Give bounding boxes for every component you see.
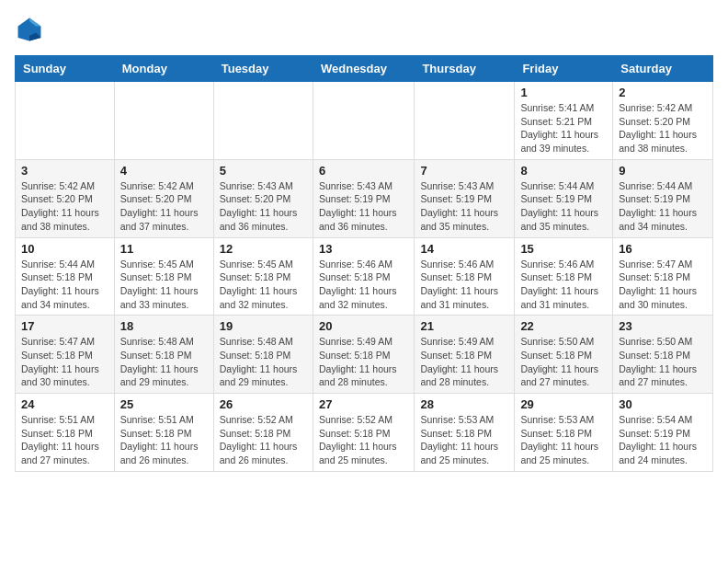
weekday-header: Monday xyxy=(114,56,213,82)
day-info: Sunrise: 5:50 AM Sunset: 5:18 PM Dayligh… xyxy=(520,335,607,389)
calendar-cell: 14Sunrise: 5:46 AM Sunset: 5:18 PM Dayli… xyxy=(415,237,515,316)
calendar-cell xyxy=(213,82,313,160)
day-number: 28 xyxy=(420,397,508,411)
page-header xyxy=(15,15,713,44)
calendar-cell: 25Sunrise: 5:51 AM Sunset: 5:18 PM Dayli… xyxy=(114,394,213,472)
day-number: 17 xyxy=(21,319,108,333)
day-number: 30 xyxy=(619,397,707,411)
calendar-cell: 19Sunrise: 5:48 AM Sunset: 5:18 PM Dayli… xyxy=(213,316,313,394)
day-info: Sunrise: 5:53 AM Sunset: 5:18 PM Dayligh… xyxy=(420,413,508,467)
day-number: 11 xyxy=(120,242,208,256)
calendar-cell: 4Sunrise: 5:42 AM Sunset: 5:20 PM Daylig… xyxy=(114,159,213,237)
day-number: 8 xyxy=(520,164,607,178)
day-info: Sunrise: 5:46 AM Sunset: 5:18 PM Dayligh… xyxy=(319,258,408,312)
day-number: 26 xyxy=(220,397,307,411)
calendar-cell: 28Sunrise: 5:53 AM Sunset: 5:18 PM Dayli… xyxy=(415,394,515,472)
day-number: 27 xyxy=(319,397,408,411)
calendar-week-row: 10Sunrise: 5:44 AM Sunset: 5:18 PM Dayli… xyxy=(16,237,713,316)
calendar-cell xyxy=(313,82,414,160)
calendar-cell: 24Sunrise: 5:51 AM Sunset: 5:18 PM Dayli… xyxy=(16,394,115,472)
day-info: Sunrise: 5:48 AM Sunset: 5:18 PM Dayligh… xyxy=(220,335,307,389)
day-info: Sunrise: 5:42 AM Sunset: 5:20 PM Dayligh… xyxy=(120,179,208,234)
day-number: 2 xyxy=(619,86,707,99)
logo xyxy=(15,15,48,44)
calendar-cell xyxy=(114,82,213,160)
calendar-cell: 9Sunrise: 5:44 AM Sunset: 5:19 PM Daylig… xyxy=(613,159,713,237)
day-info: Sunrise: 5:43 AM Sunset: 5:19 PM Dayligh… xyxy=(319,179,408,234)
calendar-cell xyxy=(415,82,515,160)
calendar-cell: 7Sunrise: 5:43 AM Sunset: 5:19 PM Daylig… xyxy=(415,159,515,237)
day-number: 9 xyxy=(619,164,707,178)
day-info: Sunrise: 5:48 AM Sunset: 5:18 PM Dayligh… xyxy=(120,335,208,389)
day-info: Sunrise: 5:45 AM Sunset: 5:18 PM Dayligh… xyxy=(120,258,208,312)
calendar-cell: 6Sunrise: 5:43 AM Sunset: 5:19 PM Daylig… xyxy=(313,159,414,237)
day-info: Sunrise: 5:45 AM Sunset: 5:18 PM Dayligh… xyxy=(220,258,307,312)
calendar-cell: 16Sunrise: 5:47 AM Sunset: 5:18 PM Dayli… xyxy=(613,237,713,316)
day-info: Sunrise: 5:47 AM Sunset: 5:18 PM Dayligh… xyxy=(619,258,707,312)
calendar-cell: 22Sunrise: 5:50 AM Sunset: 5:18 PM Dayli… xyxy=(515,316,613,394)
day-info: Sunrise: 5:54 AM Sunset: 5:19 PM Dayligh… xyxy=(619,413,707,467)
day-number: 13 xyxy=(319,242,408,256)
day-number: 10 xyxy=(21,242,108,256)
day-number: 16 xyxy=(619,242,707,256)
weekday-header: Wednesday xyxy=(313,56,414,82)
day-number: 3 xyxy=(21,164,108,178)
day-info: Sunrise: 5:42 AM Sunset: 5:20 PM Dayligh… xyxy=(21,179,108,234)
day-info: Sunrise: 5:51 AM Sunset: 5:18 PM Dayligh… xyxy=(120,413,208,467)
calendar-cell: 5Sunrise: 5:43 AM Sunset: 5:20 PM Daylig… xyxy=(213,159,313,237)
day-info: Sunrise: 5:53 AM Sunset: 5:18 PM Dayligh… xyxy=(520,413,607,467)
calendar-cell: 18Sunrise: 5:48 AM Sunset: 5:18 PM Dayli… xyxy=(114,316,213,394)
day-number: 22 xyxy=(520,319,607,333)
day-number: 14 xyxy=(420,242,508,256)
day-info: Sunrise: 5:43 AM Sunset: 5:20 PM Dayligh… xyxy=(220,179,307,234)
calendar-cell: 23Sunrise: 5:50 AM Sunset: 5:18 PM Dayli… xyxy=(613,316,713,394)
day-number: 12 xyxy=(220,242,307,256)
calendar-cell: 3Sunrise: 5:42 AM Sunset: 5:20 PM Daylig… xyxy=(16,159,115,237)
day-number: 4 xyxy=(120,164,208,178)
day-info: Sunrise: 5:44 AM Sunset: 5:18 PM Dayligh… xyxy=(21,258,108,312)
calendar-week-row: 3Sunrise: 5:42 AM Sunset: 5:20 PM Daylig… xyxy=(16,159,713,237)
calendar-cell: 30Sunrise: 5:54 AM Sunset: 5:19 PM Dayli… xyxy=(613,394,713,472)
calendar-cell: 10Sunrise: 5:44 AM Sunset: 5:18 PM Dayli… xyxy=(16,237,115,316)
day-info: Sunrise: 5:52 AM Sunset: 5:18 PM Dayligh… xyxy=(319,413,408,467)
day-number: 29 xyxy=(520,397,607,411)
weekday-header: Saturday xyxy=(613,56,713,82)
calendar-cell: 20Sunrise: 5:49 AM Sunset: 5:18 PM Dayli… xyxy=(313,316,414,394)
calendar-cell: 27Sunrise: 5:52 AM Sunset: 5:18 PM Dayli… xyxy=(313,394,414,472)
calendar-week-row: 17Sunrise: 5:47 AM Sunset: 5:18 PM Dayli… xyxy=(16,316,713,394)
calendar-header-row: SundayMondayTuesdayWednesdayThursdayFrid… xyxy=(16,56,713,82)
calendar-cell: 29Sunrise: 5:53 AM Sunset: 5:18 PM Dayli… xyxy=(515,394,613,472)
day-number: 1 xyxy=(520,86,607,99)
weekday-header: Thursday xyxy=(415,56,515,82)
day-info: Sunrise: 5:44 AM Sunset: 5:19 PM Dayligh… xyxy=(619,179,707,234)
day-info: Sunrise: 5:49 AM Sunset: 5:18 PM Dayligh… xyxy=(319,335,408,389)
day-info: Sunrise: 5:43 AM Sunset: 5:19 PM Dayligh… xyxy=(420,179,508,234)
calendar-cell: 8Sunrise: 5:44 AM Sunset: 5:19 PM Daylig… xyxy=(515,159,613,237)
calendar-cell: 21Sunrise: 5:49 AM Sunset: 5:18 PM Dayli… xyxy=(415,316,515,394)
day-info: Sunrise: 5:46 AM Sunset: 5:18 PM Dayligh… xyxy=(420,258,508,312)
day-number: 23 xyxy=(619,319,707,333)
day-number: 25 xyxy=(120,397,208,411)
calendar-cell: 15Sunrise: 5:46 AM Sunset: 5:18 PM Dayli… xyxy=(515,237,613,316)
calendar-cell: 11Sunrise: 5:45 AM Sunset: 5:18 PM Dayli… xyxy=(114,237,213,316)
logo-icon xyxy=(15,15,44,44)
calendar-cell: 26Sunrise: 5:52 AM Sunset: 5:18 PM Dayli… xyxy=(213,394,313,472)
day-info: Sunrise: 5:42 AM Sunset: 5:20 PM Dayligh… xyxy=(619,101,707,155)
day-number: 7 xyxy=(420,164,508,178)
day-info: Sunrise: 5:52 AM Sunset: 5:18 PM Dayligh… xyxy=(220,413,307,467)
calendar-cell: 13Sunrise: 5:46 AM Sunset: 5:18 PM Dayli… xyxy=(313,237,414,316)
day-info: Sunrise: 5:49 AM Sunset: 5:18 PM Dayligh… xyxy=(420,335,508,389)
day-number: 20 xyxy=(319,319,408,333)
day-info: Sunrise: 5:47 AM Sunset: 5:18 PM Dayligh… xyxy=(21,335,108,389)
calendar-cell: 2Sunrise: 5:42 AM Sunset: 5:20 PM Daylig… xyxy=(613,82,713,160)
day-info: Sunrise: 5:44 AM Sunset: 5:19 PM Dayligh… xyxy=(520,179,607,234)
day-info: Sunrise: 5:51 AM Sunset: 5:18 PM Dayligh… xyxy=(21,413,108,467)
calendar-cell: 12Sunrise: 5:45 AM Sunset: 5:18 PM Dayli… xyxy=(213,237,313,316)
weekday-header: Friday xyxy=(515,56,613,82)
calendar-week-row: 24Sunrise: 5:51 AM Sunset: 5:18 PM Dayli… xyxy=(16,394,713,472)
day-number: 5 xyxy=(220,164,307,178)
day-number: 21 xyxy=(420,319,508,333)
calendar-week-row: 1Sunrise: 5:41 AM Sunset: 5:21 PM Daylig… xyxy=(16,82,713,160)
calendar-table: SundayMondayTuesdayWednesdayThursdayFrid… xyxy=(15,55,713,472)
day-number: 18 xyxy=(120,319,208,333)
